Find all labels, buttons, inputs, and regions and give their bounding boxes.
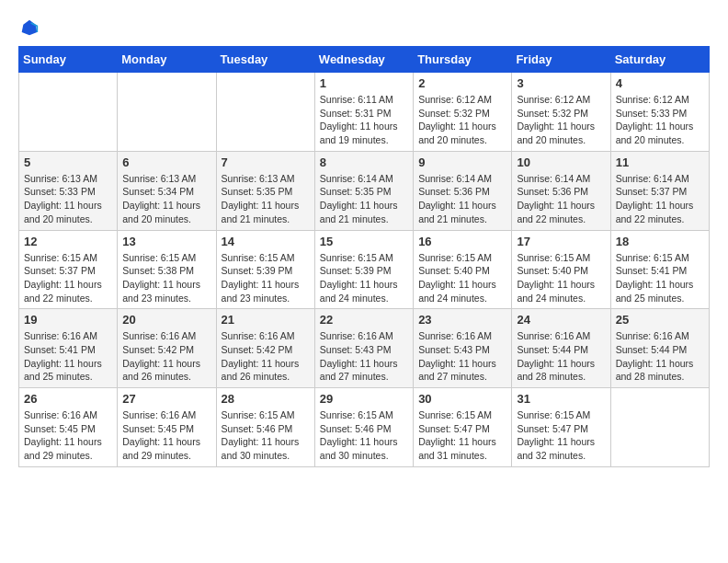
day-number: 8 [320,155,408,169]
cell-info: Sunrise: 6:15 AM Sunset: 5:40 PM Dayligh… [517,251,605,305]
calendar-cell: 29Sunrise: 6:15 AM Sunset: 5:46 PM Dayli… [314,388,413,467]
day-number: 2 [418,76,506,90]
calendar-cell [610,388,709,467]
calendar-header: SundayMondayTuesdayWednesdayThursdayFrid… [19,47,710,73]
cell-info: Sunrise: 6:16 AM Sunset: 5:44 PM Dayligh… [616,329,704,384]
cell-info: Sunrise: 6:16 AM Sunset: 5:42 PM Dayligh… [122,329,210,384]
weekday-header-wednesday: Wednesday [314,47,413,73]
calendar-cell: 9Sunrise: 6:14 AM Sunset: 5:36 PM Daylig… [414,151,512,230]
calendar-week-3: 12Sunrise: 6:15 AM Sunset: 5:37 PM Dayli… [19,230,710,309]
calendar-cell: 21Sunrise: 6:16 AM Sunset: 5:42 PM Dayli… [216,309,314,388]
calendar-cell [19,73,118,152]
calendar-cell: 18Sunrise: 6:15 AM Sunset: 5:41 PM Dayli… [610,230,709,309]
day-number: 10 [517,155,605,169]
calendar-cell: 27Sunrise: 6:16 AM Sunset: 5:45 PM Dayli… [118,388,216,467]
weekday-header-saturday: Saturday [610,47,709,73]
day-number: 11 [616,155,704,169]
day-number: 21 [222,313,310,327]
weekday-header-thursday: Thursday [414,47,512,73]
day-number: 22 [320,313,408,327]
day-number: 9 [418,155,506,169]
calendar-cell: 10Sunrise: 6:14 AM Sunset: 5:36 PM Dayli… [512,151,610,230]
cell-info: Sunrise: 6:15 AM Sunset: 5:41 PM Dayligh… [616,251,704,305]
calendar-table: SundayMondayTuesdayWednesdayThursdayFrid… [18,46,710,467]
day-number: 13 [122,235,210,248]
day-number: 18 [616,235,704,248]
cell-info: Sunrise: 6:16 AM Sunset: 5:45 PM Dayligh… [122,408,210,463]
day-number: 16 [418,235,506,248]
day-number: 1 [320,76,408,90]
day-number: 3 [517,76,605,90]
cell-info: Sunrise: 6:16 AM Sunset: 5:41 PM Dayligh… [24,329,112,384]
day-number: 12 [24,235,112,248]
cell-info: Sunrise: 6:15 AM Sunset: 5:47 PM Dayligh… [517,408,605,463]
cell-info: Sunrise: 6:15 AM Sunset: 5:39 PM Dayligh… [222,251,310,305]
cell-info: Sunrise: 6:16 AM Sunset: 5:45 PM Dayligh… [24,408,112,463]
page-header [18,18,710,37]
calendar-cell: 11Sunrise: 6:14 AM Sunset: 5:37 PM Dayli… [610,151,709,230]
cell-info: Sunrise: 6:14 AM Sunset: 5:36 PM Dayligh… [418,172,506,226]
calendar-cell: 1Sunrise: 6:11 AM Sunset: 5:31 PM Daylig… [314,73,413,152]
cell-info: Sunrise: 6:16 AM Sunset: 5:44 PM Dayligh… [517,329,605,384]
calendar-cell: 7Sunrise: 6:13 AM Sunset: 5:35 PM Daylig… [216,151,314,230]
cell-info: Sunrise: 6:12 AM Sunset: 5:33 PM Dayligh… [616,93,704,147]
calendar-week-2: 5Sunrise: 6:13 AM Sunset: 5:33 PM Daylig… [19,151,710,230]
calendar-cell [118,73,216,152]
calendar-cell: 31Sunrise: 6:15 AM Sunset: 5:47 PM Dayli… [512,388,610,467]
day-number: 15 [320,235,408,248]
calendar-week-4: 19Sunrise: 6:16 AM Sunset: 5:41 PM Dayli… [19,309,710,388]
cell-info: Sunrise: 6:15 AM Sunset: 5:37 PM Dayligh… [24,251,112,305]
cell-info: Sunrise: 6:14 AM Sunset: 5:35 PM Dayligh… [320,172,408,226]
cell-info: Sunrise: 6:12 AM Sunset: 5:32 PM Dayligh… [418,93,506,147]
day-number: 30 [418,392,506,406]
calendar-cell: 3Sunrise: 6:12 AM Sunset: 5:32 PM Daylig… [512,73,610,152]
calendar-cell: 23Sunrise: 6:16 AM Sunset: 5:43 PM Dayli… [414,309,512,388]
calendar-cell: 6Sunrise: 6:13 AM Sunset: 5:34 PM Daylig… [118,151,216,230]
cell-info: Sunrise: 6:15 AM Sunset: 5:38 PM Dayligh… [122,251,210,305]
calendar-cell: 13Sunrise: 6:15 AM Sunset: 5:38 PM Dayli… [118,230,216,309]
cell-info: Sunrise: 6:15 AM Sunset: 5:47 PM Dayligh… [418,408,506,463]
cell-info: Sunrise: 6:15 AM Sunset: 5:46 PM Dayligh… [320,408,408,463]
calendar-week-1: 1Sunrise: 6:11 AM Sunset: 5:31 PM Daylig… [19,73,710,152]
weekday-header-friday: Friday [512,47,610,73]
day-number: 6 [122,155,210,169]
cell-info: Sunrise: 6:15 AM Sunset: 5:40 PM Dayligh… [418,251,506,305]
calendar-cell: 8Sunrise: 6:14 AM Sunset: 5:35 PM Daylig… [314,151,413,230]
cell-info: Sunrise: 6:13 AM Sunset: 5:33 PM Dayligh… [24,172,112,226]
day-number: 5 [24,155,112,169]
calendar-cell [216,73,314,152]
day-number: 19 [24,313,112,327]
calendar-cell: 19Sunrise: 6:16 AM Sunset: 5:41 PM Dayli… [19,309,118,388]
logo [18,18,39,37]
day-number: 31 [517,392,605,406]
calendar-cell: 24Sunrise: 6:16 AM Sunset: 5:44 PM Dayli… [512,309,610,388]
cell-info: Sunrise: 6:11 AM Sunset: 5:31 PM Dayligh… [320,93,408,147]
weekday-header-tuesday: Tuesday [216,47,314,73]
day-number: 4 [616,76,704,90]
calendar-cell: 14Sunrise: 6:15 AM Sunset: 5:39 PM Dayli… [216,230,314,309]
calendar-cell: 12Sunrise: 6:15 AM Sunset: 5:37 PM Dayli… [19,230,118,309]
day-number: 23 [418,313,506,327]
cell-info: Sunrise: 6:13 AM Sunset: 5:34 PM Dayligh… [122,172,210,226]
day-number: 29 [320,392,408,406]
calendar-cell: 26Sunrise: 6:16 AM Sunset: 5:45 PM Dayli… [19,388,118,467]
day-number: 20 [122,313,210,327]
cell-info: Sunrise: 6:12 AM Sunset: 5:32 PM Dayligh… [517,93,605,147]
calendar-cell: 22Sunrise: 6:16 AM Sunset: 5:43 PM Dayli… [314,309,413,388]
cell-info: Sunrise: 6:15 AM Sunset: 5:46 PM Dayligh… [222,408,310,463]
logo-icon [20,18,39,37]
calendar-cell: 5Sunrise: 6:13 AM Sunset: 5:33 PM Daylig… [19,151,118,230]
cell-info: Sunrise: 6:13 AM Sunset: 5:35 PM Dayligh… [222,172,310,226]
day-number: 28 [222,392,310,406]
cell-info: Sunrise: 6:14 AM Sunset: 5:37 PM Dayligh… [616,172,704,226]
calendar-cell: 25Sunrise: 6:16 AM Sunset: 5:44 PM Dayli… [610,309,709,388]
calendar-cell: 28Sunrise: 6:15 AM Sunset: 5:46 PM Dayli… [216,388,314,467]
day-number: 25 [616,313,704,327]
calendar-cell: 17Sunrise: 6:15 AM Sunset: 5:40 PM Dayli… [512,230,610,309]
day-number: 26 [24,392,112,406]
cell-info: Sunrise: 6:15 AM Sunset: 5:39 PM Dayligh… [320,251,408,305]
day-number: 24 [517,313,605,327]
calendar-cell: 20Sunrise: 6:16 AM Sunset: 5:42 PM Dayli… [118,309,216,388]
day-number: 17 [517,235,605,248]
calendar-cell: 2Sunrise: 6:12 AM Sunset: 5:32 PM Daylig… [414,73,512,152]
